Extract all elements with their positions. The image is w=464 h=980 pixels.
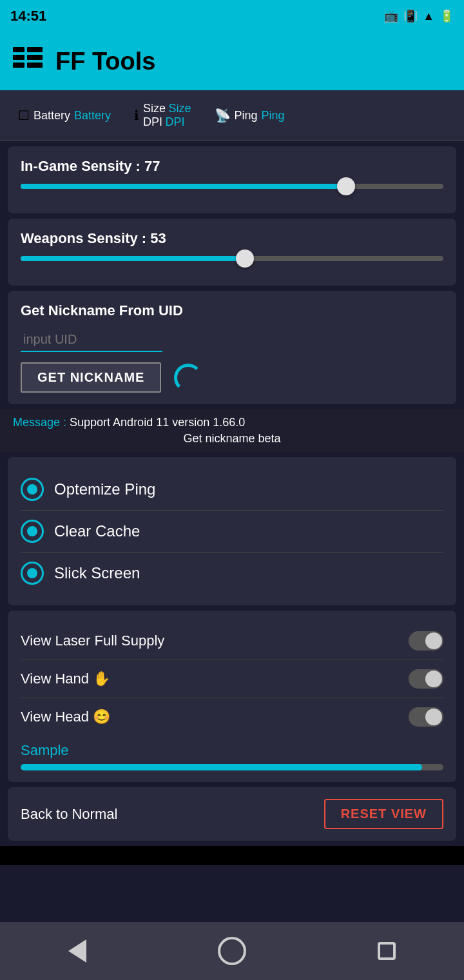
radio-item-slick-screen[interactable]: Slick Screen: [21, 553, 443, 594]
in-game-slider-track: [21, 184, 443, 189]
radio-options-card: Optemize Ping Clear Cache Slick Screen: [8, 457, 456, 605]
black-bottom-spacer: [0, 846, 464, 865]
toggle-row-head: View Head 😊: [21, 698, 443, 736]
weapons-slider-thumb: [236, 250, 254, 268]
reset-view-button[interactable]: RESET VIEW: [324, 799, 443, 829]
message-bar: Message : Support Android 11 version 1.6…: [0, 409, 464, 452]
toggle-switch-head[interactable]: [409, 707, 443, 727]
toggle-options-card: View Laser Full Supply View Hand ✋ View …: [8, 611, 456, 782]
radio-inner-slick-screen: [27, 568, 37, 578]
uid-input[interactable]: [21, 328, 162, 352]
radio-inner-optimize-ping: [27, 484, 37, 495]
nav-back-icon: [68, 939, 86, 963]
radio-label-optimize-ping: Optemize Ping: [54, 480, 155, 498]
radio-item-clear-cache[interactable]: Clear Cache: [21, 511, 443, 552]
radio-label-clear-cache: Clear Cache: [54, 522, 140, 540]
status-icons: 📺 📳 ▲ 🔋: [384, 9, 454, 23]
toggle-label-hand: View Hand ✋: [21, 671, 110, 687]
toggle-label-head: View Head 😊: [21, 709, 110, 725]
svg-rect-4: [27, 55, 43, 60]
in-game-sensity-slider[interactable]: [21, 184, 443, 202]
ping-label: Ping: [235, 109, 258, 122]
back-normal-label: Back to Normal: [21, 806, 117, 823]
svg-rect-5: [27, 63, 43, 68]
weapons-sensity-card: Weapons Sensity : 53: [8, 219, 456, 286]
status-time: 14:51: [10, 8, 46, 24]
nickname-section-title: Get Nickname From UID: [21, 302, 443, 319]
status-bar: 14:51 📺 📳 ▲ 🔋: [0, 0, 464, 32]
nav-spacer: [0, 865, 464, 923]
size-label-cyan: Size: [169, 102, 191, 115]
get-nickname-button[interactable]: GET NICKNAME: [21, 362, 161, 393]
battery-chip[interactable]: ☐ Battery Battery: [10, 104, 119, 127]
toggle-switch-laser[interactable]: [409, 631, 443, 651]
nav-home-icon: [218, 937, 246, 965]
message-line1: Support Android 11 version 1.66.0: [70, 416, 245, 429]
nav-back-button[interactable]: [58, 932, 97, 970]
chips-bar: ☐ Battery Battery ℹ Size Size DPI DPI 📡 …: [0, 90, 464, 141]
battery-icon: 🔋: [440, 9, 454, 23]
message-prefix: Message :: [13, 416, 70, 429]
toggle-knob-hand: [425, 671, 442, 687]
radio-circle-optimize-ping: [21, 478, 44, 501]
sample-progress-fill: [21, 764, 422, 770]
sample-progress-bar: [21, 764, 443, 770]
in-game-sensity-card: In-Game Sensity : 77: [8, 146, 456, 213]
cast-icon: 📺: [384, 9, 398, 23]
wifi-icon: ▲: [423, 10, 434, 23]
nav-home-button[interactable]: [213, 932, 251, 970]
dpi-label: DPI: [143, 115, 162, 128]
toggle-knob-head: [425, 709, 442, 725]
toggle-switch-hand[interactable]: [409, 669, 443, 689]
battery-chip-icon: ☐: [18, 108, 30, 123]
svg-rect-3: [27, 47, 43, 52]
sample-label: Sample: [21, 742, 443, 759]
ping-label-cyan: Ping: [262, 109, 285, 122]
radio-label-slick-screen: Slick Screen: [54, 564, 140, 582]
info-chip-icon: ℹ: [134, 108, 139, 123]
size-label: Size: [143, 102, 166, 115]
svg-rect-2: [13, 63, 24, 68]
navigation-bar: [0, 922, 464, 980]
bottom-action-bar: Back to Normal RESET VIEW: [8, 787, 456, 841]
loading-spinner: [174, 364, 202, 392]
dpi-label-cyan: DPI: [166, 115, 185, 128]
ping-chip[interactable]: 📡 Ping Ping: [207, 104, 293, 127]
toggle-row-laser: View Laser Full Supply: [21, 622, 443, 660]
weapons-sensity-slider[interactable]: [21, 256, 443, 274]
battery-label: Battery: [34, 109, 70, 122]
radio-item-optimize-ping[interactable]: Optemize Ping: [21, 469, 443, 510]
radio-circle-clear-cache: [21, 520, 44, 543]
toggle-row-hand: View Hand ✋: [21, 660, 443, 698]
app-logo-icon: [13, 46, 43, 77]
radio-circle-slick-screen: [21, 562, 44, 585]
app-header: FF Tools: [0, 32, 464, 90]
in-game-slider-fill: [21, 184, 346, 189]
message-line2: Get nickname beta: [13, 432, 451, 446]
size-chip[interactable]: ℹ Size Size DPI DPI: [126, 98, 198, 133]
weapons-slider-track: [21, 256, 443, 261]
nav-recents-button[interactable]: [367, 932, 406, 970]
nickname-card: Get Nickname From UID GET NICKNAME: [8, 291, 456, 404]
toggle-label-laser: View Laser Full Supply: [21, 632, 164, 649]
weapons-sensity-label: Weapons Sensity : 53: [21, 230, 443, 247]
weapons-slider-fill: [21, 256, 245, 261]
radio-inner-clear-cache: [27, 526, 37, 536]
svg-rect-0: [13, 47, 24, 52]
svg-rect-1: [13, 55, 24, 60]
in-game-slider-thumb: [337, 177, 355, 195]
toggle-knob-laser: [425, 632, 442, 649]
nickname-row: GET NICKNAME: [21, 362, 443, 393]
vibrate-icon: 📳: [403, 9, 418, 23]
nav-recents-icon: [378, 942, 396, 960]
app-title: FF Tools: [55, 48, 156, 75]
in-game-sensity-label: In-Game Sensity : 77: [21, 158, 443, 175]
battery-label-cyan: Battery: [74, 109, 111, 122]
ping-chip-icon: 📡: [215, 108, 231, 123]
